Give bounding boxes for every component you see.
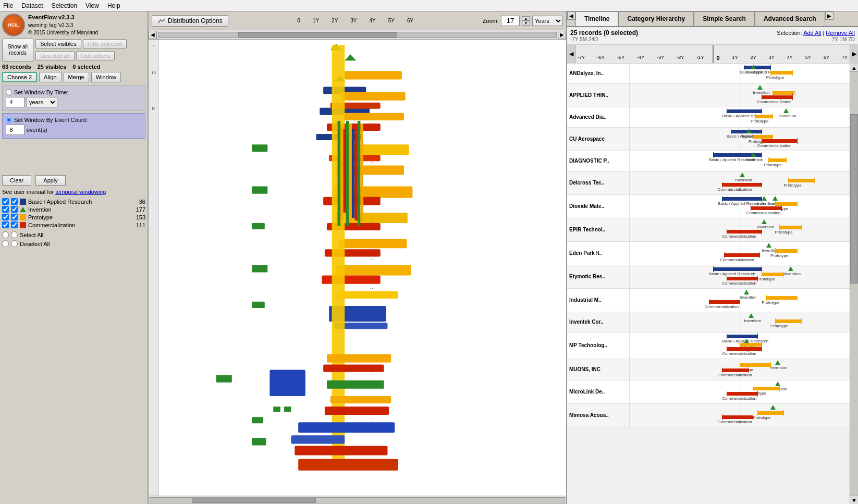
menu-help[interactable]: Help [107,2,120,9]
scroll-track[interactable] [150,497,565,503]
commercialization-label: Commercialization [718,420,752,424]
record-row: Advanced Dia..Basic / Applied ResearchIn… [567,107,850,128]
legend-research-checkbox2[interactable] [11,198,18,205]
temporal-windowing-link[interactable]: temporal windowing [55,189,106,195]
bottom-scrollbar[interactable] [149,496,566,504]
tabs-left-arrow[interactable]: ◀ [567,11,575,20]
middle-panel: Distribution Options 0 1Y 2Y 3Y 4Y 5Y 6Y… [149,11,566,504]
menu-file[interactable]: File [3,2,13,9]
zoom-input[interactable] [501,16,520,26]
show-all-button[interactable]: Show all records [2,39,33,62]
window-event-radio[interactable] [6,117,12,123]
record-timeline: Basic / Applied ResearchInventionPrototy… [630,64,850,83]
ruler-left-arrow[interactable]: ◀ [567,45,575,63]
select-all-radio2[interactable] [11,231,18,238]
record-timeline: InventionPrototypeCommercialization [630,218,850,241]
select-visibles-button[interactable]: Select visibles [35,39,81,48]
legend-commercialization-checkbox[interactable] [2,222,9,228]
hide-selected-button[interactable]: Hide selected [83,39,127,48]
hide-others-button[interactable]: Hide others [76,51,115,60]
legend-commercialization-checkbox2[interactable] [11,222,18,228]
svg-text:..: .. [370,189,374,195]
scrollbar-up-arrow[interactable]: ▲ [850,64,858,72]
zoom-label: Zoom: [483,18,499,24]
scrollbar-track[interactable] [850,72,858,496]
legend-research-checkbox[interactable] [2,198,9,205]
svg-rect-28 [344,129,346,213]
middle-scroll-track[interactable] [158,32,557,38]
scroll-left-arrow[interactable]: ◀ [149,31,157,39]
deselect-all-radio2[interactable] [11,240,18,247]
commercialization-line-right [762,229,762,235]
scroll-right-arrow[interactable]: ▶ [558,31,566,39]
legend-research-color [20,199,26,205]
zero-line-record [740,289,740,312]
record-name: Industrial M.. [567,289,630,312]
svg-rect-47 [252,223,265,229]
zoom-down-arrow[interactable]: ▼ [522,21,530,26]
svg-rect-54 [327,354,391,362]
choose-2-button[interactable]: Choose 2 [2,72,37,82]
apply-button[interactable]: Apply [35,175,66,186]
tab-category-hierarchy[interactable]: Category Hierarchy [618,11,694,26]
zoom-up-arrow[interactable]: ▲ [522,16,530,21]
legend-prototype-label: Prototype [28,214,53,220]
prototype-line-right [797,201,798,207]
right-panel: ◀ Timeline Category Hierarchy Simple Sea… [566,11,858,504]
legend-invention-checkbox[interactable] [2,206,9,213]
deselect-all-radio[interactable] [2,240,9,247]
middle-scroll-thumb[interactable] [238,32,397,38]
align-button[interactable]: Align [39,72,61,82]
prototype-bar [775,249,797,253]
svg-rect-60 [291,435,345,444]
scrollbar-thumb[interactable] [850,114,858,284]
window-button[interactable]: Window [91,72,121,82]
time-unit-select[interactable]: years months weeks days [27,97,57,107]
records-list: ANDalyze, In..Basic / Applied ResearchIn… [567,64,850,504]
zero-line-record [740,107,740,127]
time-value-input[interactable] [6,97,24,107]
legend-invention-count: 177 [136,206,145,213]
record-row: DIAGNOSTIC P..Basic / Applied ResearchIn… [567,151,850,171]
invention-triangle [773,196,778,201]
window-time-radio[interactable] [6,89,12,95]
svg-rect-29 [346,121,349,226]
merge-button[interactable]: Merge [64,72,89,82]
window-event-row: event(s) [6,125,142,135]
commercialization-bar [709,300,740,304]
invention-triangle [783,108,789,113]
years-select[interactable]: Years Months Days [532,16,563,26]
tabs-right-arrow[interactable]: ▶ [825,11,834,20]
remove-all-link[interactable]: Remove All [826,30,855,36]
record-row: CU AerospaceBasic / Applied ResearchInve… [567,128,850,151]
prototype-bar [788,179,815,182]
clear-button[interactable]: Clear [2,175,31,186]
zoom-arrows: ▲ ▼ [522,16,530,26]
add-all-link[interactable]: Add All [803,30,821,36]
ruler-right-arrow[interactable]: ▶ [850,45,858,63]
commercialization-label: Commercialization [720,257,754,262]
prototype-label: Prototype [770,253,788,258]
tab-simple-search[interactable]: Simple Search [694,11,755,26]
menu-view[interactable]: View [85,2,99,9]
prototype-bar [755,115,773,118]
tab-advanced-search[interactable]: Advanced Search [755,11,825,26]
scroll-thumb[interactable] [192,498,316,503]
zero-line-record [740,380,740,403]
scrollbar-down-arrow[interactable]: ▼ [850,496,858,504]
select-all-radio[interactable] [2,231,9,238]
legend-prototype-checkbox[interactable] [2,214,9,220]
menu-dataset[interactable]: Dataset [21,2,43,9]
legend-prototype-checkbox2[interactable] [11,214,18,220]
legend-commercialization: Commercialization 111 [2,222,145,228]
svg-rect-64 [284,407,291,412]
record-timeline: PrototypeInventionCommercialization [630,359,850,380]
distribution-options-button[interactable]: Distribution Options [152,15,228,27]
deselect-all-button[interactable]: Deselect all [35,51,75,60]
record-timeline: Basic / Applied ResearchInventionPrototy… [630,151,850,171]
menu-selection[interactable]: Selection [52,2,77,9]
tab-timeline[interactable]: Timeline [575,11,618,26]
legend-invention-checkbox2[interactable] [11,206,18,213]
event-count-input[interactable] [6,125,24,135]
window-by-time-section: Set Window By Time: years months weeks d… [2,85,145,111]
